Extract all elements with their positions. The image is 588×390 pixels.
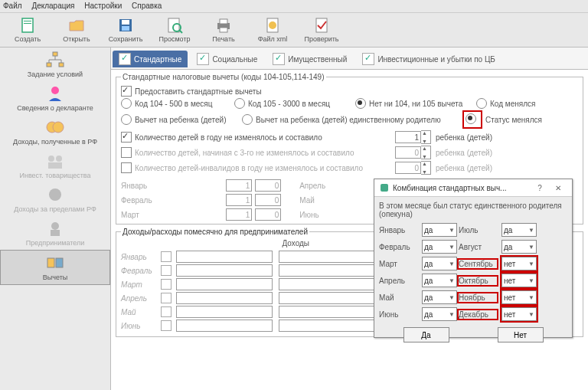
dialog-month-select[interactable]: да▼ (422, 257, 457, 270)
sidebar-item-entrepreneur[interactable]: Предприниматели (0, 216, 110, 250)
kids-invalid-checkbox[interactable] (121, 162, 132, 173)
toolbar: Создать Открыть Сохранить Просмотр Печат… (0, 13, 588, 48)
ie-feb-expense[interactable] (279, 264, 375, 277)
sidebar-item-income-out[interactable]: Доходы за пределами РФ (0, 182, 110, 216)
ie-may-expense[interactable] (279, 306, 375, 318)
ie-may-income[interactable] (176, 306, 273, 318)
code105-radio[interactable] (234, 98, 245, 109)
kids1-input[interactable] (395, 131, 421, 143)
jan-v1[interactable] (226, 179, 252, 192)
menu-declaration[interactable]: Декларация (31, 2, 74, 10)
sidebar-item-invest[interactable]: Инвест. товарищества (0, 149, 110, 182)
mar-v1[interactable] (226, 208, 252, 221)
tab-social[interactable]: Социальные (191, 51, 263, 67)
child-single-radio[interactable] (242, 114, 253, 125)
sidebar-invest-label: Инвест. товарищества (2, 172, 109, 179)
sidebar-income-rf-label: Доходы, полученные в РФ (2, 138, 109, 146)
sidebar-item-conditions[interactable]: Задание условий (0, 48, 110, 81)
new-button[interactable]: Создать (3, 17, 52, 43)
none-radio[interactable] (355, 98, 366, 109)
open-button[interactable]: Открыть (52, 17, 101, 43)
people-icon (44, 152, 66, 170)
kids3-input[interactable] (395, 162, 421, 174)
dialog-close-button[interactable]: ✕ (549, 184, 567, 192)
dialog-month-select[interactable]: да▼ (422, 274, 457, 287)
dialog-titlebar[interactable]: Комбинация стандартных выч... ? ✕ (374, 179, 572, 197)
dialog-month-select[interactable]: нет▼ (501, 274, 537, 287)
dialog-month-select[interactable]: да▼ (422, 223, 457, 237)
ie-apr-income[interactable] (176, 292, 273, 304)
child-radio[interactable] (121, 114, 132, 125)
dialog-month-select[interactable]: нет▼ (501, 257, 537, 270)
ie-apr-expense[interactable] (279, 292, 375, 304)
svg-point-25 (51, 222, 59, 230)
status-changed-radio[interactable] (466, 113, 476, 124)
save-icon (117, 17, 134, 34)
tab-standard[interactable]: Стандартные (113, 51, 188, 67)
svg-rect-5 (122, 26, 129, 31)
ie-mar-check[interactable] (161, 279, 172, 290)
sidebar-item-deductions[interactable]: Вычеты (0, 250, 110, 285)
svg-rect-23 (48, 162, 62, 169)
kids-from3-checkbox[interactable] (121, 147, 132, 158)
mar-label: Март (121, 211, 223, 219)
sidebar-item-income-rf[interactable]: Доходы, полученные в РФ (0, 115, 110, 149)
sidebar-income-out-label: Доходы за пределами РФ (2, 205, 109, 213)
preview-button[interactable]: Просмотр (150, 17, 199, 43)
dialog-month-select[interactable]: да▼ (501, 223, 537, 237)
globe-money-icon (44, 185, 66, 204)
kids2-input[interactable] (395, 146, 421, 159)
kids-invalid-label: Количество детей-инвалидов в году не изм… (135, 164, 395, 172)
ie-mar-expense[interactable] (279, 278, 375, 290)
save-button[interactable]: Сохранить (101, 17, 150, 43)
xml-icon (264, 17, 281, 34)
code104-radio[interactable] (121, 98, 132, 109)
tab-invest[interactable]: Инвестиционные и убытки по ЦБ (356, 51, 501, 67)
feb-v2[interactable] (255, 194, 281, 206)
spinner[interactable] (421, 161, 431, 175)
print-label: Печать (212, 35, 234, 43)
menu-file[interactable]: Файл (3, 2, 22, 10)
spinner[interactable] (421, 146, 431, 159)
dialog-yes-button[interactable]: Да (403, 327, 449, 342)
menu-help[interactable]: Справка (132, 2, 162, 10)
checkbox-icon (273, 53, 285, 65)
dialog-month-select[interactable]: да▼ (422, 290, 457, 304)
ie-jun-income[interactable] (176, 320, 273, 332)
dialog-month-select[interactable]: нет▼ (501, 290, 537, 304)
ie-jun-check[interactable] (161, 320, 172, 331)
incexp-title: Доходы/расходы помесячно для предпринима… (121, 228, 309, 236)
check-button[interactable]: Проверить (297, 17, 346, 43)
xml-button[interactable]: Файл xml (248, 17, 297, 43)
kids-unchanged-checkbox[interactable] (121, 132, 132, 143)
dialog-month-select[interactable]: да▼ (422, 240, 457, 254)
ie-apr-check[interactable] (161, 293, 172, 303)
ie-jan-income[interactable] (176, 251, 273, 263)
provide-checkbox[interactable] (121, 86, 132, 97)
mar-v2[interactable] (255, 208, 281, 221)
ie-jun-expense[interactable] (279, 320, 375, 332)
ie-mar-income[interactable] (176, 278, 273, 290)
feb-v1[interactable] (226, 194, 252, 206)
jan-v2[interactable] (255, 179, 281, 192)
dialog-help-button[interactable]: ? (531, 184, 549, 192)
tab-property[interactable]: Имущественный (266, 51, 353, 67)
dialog-no-button[interactable]: Нет (498, 327, 544, 342)
ie-jan-expense[interactable] (279, 251, 375, 263)
dialog-month-select[interactable]: да▼ (501, 240, 537, 254)
unit-label: ребенка (детей) (436, 133, 492, 142)
dialog-month-select[interactable]: нет▼ (501, 307, 537, 321)
ie-feb-income[interactable] (176, 264, 273, 277)
dialog-month-select[interactable]: да▼ (422, 307, 457, 321)
code-changed-radio[interactable] (476, 98, 487, 109)
ie-may-check[interactable] (161, 306, 172, 317)
svg-rect-16 (47, 63, 51, 67)
menu-settings[interactable]: Настройки (84, 2, 122, 10)
ie-jan-check[interactable] (161, 251, 172, 262)
new-label: Создать (15, 35, 41, 43)
sidebar-item-declarant[interactable]: Сведения о декларанте (0, 81, 110, 115)
print-button[interactable]: Печать (199, 17, 248, 43)
ie-feb-check[interactable] (161, 265, 172, 276)
svg-rect-17 (59, 63, 64, 67)
spinner[interactable] (421, 130, 431, 144)
